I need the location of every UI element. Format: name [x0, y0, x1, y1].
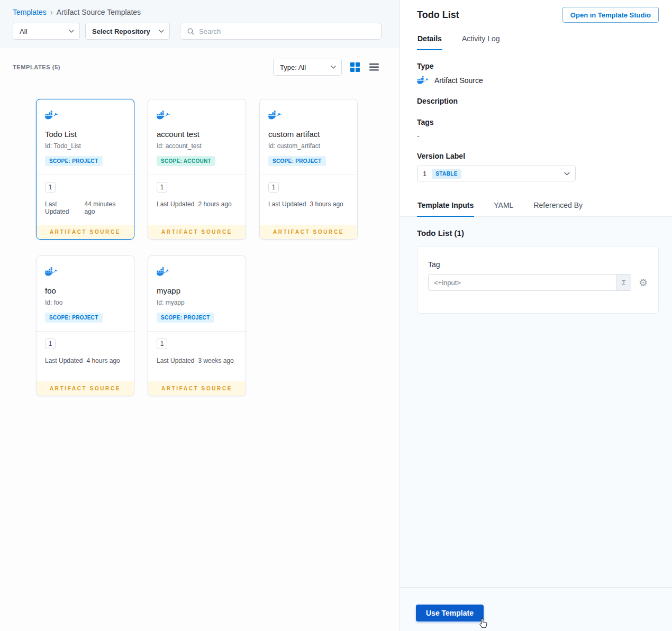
open-in-template-studio-button[interactable]: Open in Template Studio [562, 7, 659, 23]
last-updated-value: 3 weeks ago [198, 357, 233, 364]
artifact-source-footer: ARTIFACT SOURCE [260, 225, 357, 239]
version-chip: 1 [45, 339, 56, 349]
filter-row: All Select Repository [13, 23, 387, 40]
chevron-down-icon [331, 66, 336, 69]
template-id: Id: Todo_List [45, 142, 125, 150]
version-chip: 1 [45, 182, 56, 193]
scope-badge: SCOPE: PROJECT [45, 156, 103, 166]
version-select[interactable]: 1 STABLE [417, 166, 576, 181]
artifact-source-footer: ARTIFACT SOURCE [37, 225, 134, 239]
panel-tabs: Details Activity Log [400, 29, 672, 50]
version-chip: 1 [268, 182, 279, 193]
type-value-row: Artifact Source [417, 76, 655, 85]
tags-value: - [417, 132, 655, 140]
tag-input-wrapper: Σ [428, 274, 631, 291]
chevron-down-icon [69, 30, 74, 33]
template-card-custom-artifact[interactable]: custom artifact Id: custom_artifact SCOP… [259, 99, 358, 240]
expression-sigma-button[interactable]: Σ [616, 275, 631, 290]
tab-referenced-by[interactable]: Referenced By [533, 195, 583, 217]
use-template-button[interactable]: Use Template [416, 605, 484, 621]
panel-spacer [400, 314, 672, 587]
inputs-section: Todo List (1) Tag Σ ⚙ [400, 217, 672, 314]
type-label: Type [417, 62, 655, 70]
templates-count-label: TEMPLATES (5) [13, 64, 60, 70]
card-top: account test Id: account_test SCOPE: ACC… [148, 99, 246, 166]
toolbar-right: Type: All [273, 59, 380, 76]
template-card-myapp[interactable]: myapp Id: myapp SCOPE: PROJECT 1 Last Up… [148, 255, 246, 396]
page-header: Templates › Artifact Source Templates Al… [0, 0, 399, 48]
list-view-icon [369, 63, 379, 71]
breadcrumb-templates-link[interactable]: Templates [13, 8, 47, 16]
template-id: Id: custom_artifact [268, 142, 349, 150]
last-updated: Last Updated 3 hours ago [268, 200, 349, 208]
repository-filter-value: Select Repository [92, 28, 150, 35]
template-cards-grid: Todo List Id: Todo_List SCOPE: PROJECT 1… [36, 99, 399, 396]
template-name: foo [45, 286, 125, 295]
template-card-todo-list[interactable]: Todo List Id: Todo_List SCOPE: PROJECT 1… [36, 99, 134, 240]
last-updated: Last Updated 2 hours ago [157, 200, 237, 208]
tab-details[interactable]: Details [417, 29, 442, 50]
scope-filter-value: All [20, 28, 27, 35]
version-chip: 1 [157, 182, 167, 193]
artifact-source-footer: ARTIFACT SOURCE [37, 381, 134, 396]
app-root: Templates › Artifact Source Templates Al… [0, 0, 672, 631]
stable-badge: STABLE [432, 169, 461, 179]
tag-label: Tag [428, 260, 648, 269]
grid-view-icon [350, 62, 360, 72]
last-updated: Last Updated 4 hours ago [45, 357, 125, 364]
panel-inner-tabs: Template Inputs YAML Referenced By [400, 195, 672, 217]
card-meta: 1 Last Updated 2 hours ago [148, 175, 246, 225]
card-top: custom artifact Id: custom_artifact SCOP… [260, 99, 357, 166]
scope-badge: SCOPE: PROJECT [45, 313, 103, 323]
last-updated-value: 3 hours ago [310, 200, 343, 208]
breadcrumb: Templates › Artifact Source Templates [13, 7, 387, 16]
last-updated-label: Last Updated [157, 357, 194, 364]
last-updated-value: 4 hours ago [86, 357, 120, 364]
template-name: account test [157, 130, 237, 139]
template-id: Id: account_test [157, 142, 237, 150]
template-card-account-test[interactable]: account test Id: account_test SCOPE: ACC… [148, 99, 246, 240]
last-updated-value: 2 hours ago [198, 200, 231, 208]
card-top: foo Id: foo SCOPE: PROJECT [37, 256, 134, 323]
tag-input[interactable] [429, 275, 616, 290]
tab-template-inputs[interactable]: Template Inputs [417, 195, 474, 217]
docker-icon [157, 110, 170, 121]
scope-badge: SCOPE: PROJECT [268, 156, 326, 166]
docker-icon [157, 267, 170, 277]
breadcrumb-current: Artifact Source Templates [57, 8, 141, 16]
scope-filter-select[interactable]: All [13, 23, 80, 40]
breadcrumb-separator-icon: › [50, 7, 53, 16]
scope-badge: SCOPE: PROJECT [157, 313, 214, 323]
card-top: myapp Id: myapp SCOPE: PROJECT [148, 256, 246, 323]
panel-header: Todo List Open in Template Studio [400, 0, 672, 29]
settings-gear-icon[interactable]: ⚙ [639, 278, 648, 288]
last-updated-label: Last Updated [45, 200, 80, 215]
details-section: Type Artifact Source Description Tags - … [400, 50, 672, 195]
search-icon [187, 28, 195, 35]
template-name: myapp [157, 286, 237, 295]
description-label: Description [417, 97, 655, 105]
card-top: Todo List Id: Todo_List SCOPE: PROJECT [37, 99, 134, 166]
tab-activity-log[interactable]: Activity Log [461, 29, 501, 50]
tab-yaml[interactable]: YAML [493, 195, 514, 217]
last-updated: Last Updated 44 minutes ago [45, 200, 125, 215]
template-card-foo[interactable]: foo Id: foo SCOPE: PROJECT 1 Last Update… [36, 255, 134, 396]
docker-icon [268, 110, 282, 121]
repository-filter-select[interactable]: Select Repository [85, 23, 170, 40]
type-filter-select[interactable]: Type: All [273, 59, 342, 76]
card-meta: 1 Last Updated 44 minutes ago [37, 175, 134, 225]
last-updated-label: Last Updated [157, 200, 194, 208]
templates-toolbar: TEMPLATES (5) Type: All [0, 59, 399, 76]
last-updated-label: Last Updated [268, 200, 306, 208]
template-name: Todo List [45, 130, 125, 139]
version-label: Version Label [417, 152, 655, 160]
list-view-button[interactable] [368, 61, 380, 73]
last-updated-label: Last Updated [45, 357, 83, 364]
search-box [180, 23, 382, 40]
card-meta: 1 Last Updated 3 weeks ago [148, 332, 246, 381]
chevron-down-icon [564, 172, 570, 176]
grid-view-button[interactable] [349, 61, 361, 73]
template-id: Id: myapp [157, 299, 237, 306]
search-input[interactable] [199, 28, 375, 35]
docker-icon [45, 267, 59, 277]
